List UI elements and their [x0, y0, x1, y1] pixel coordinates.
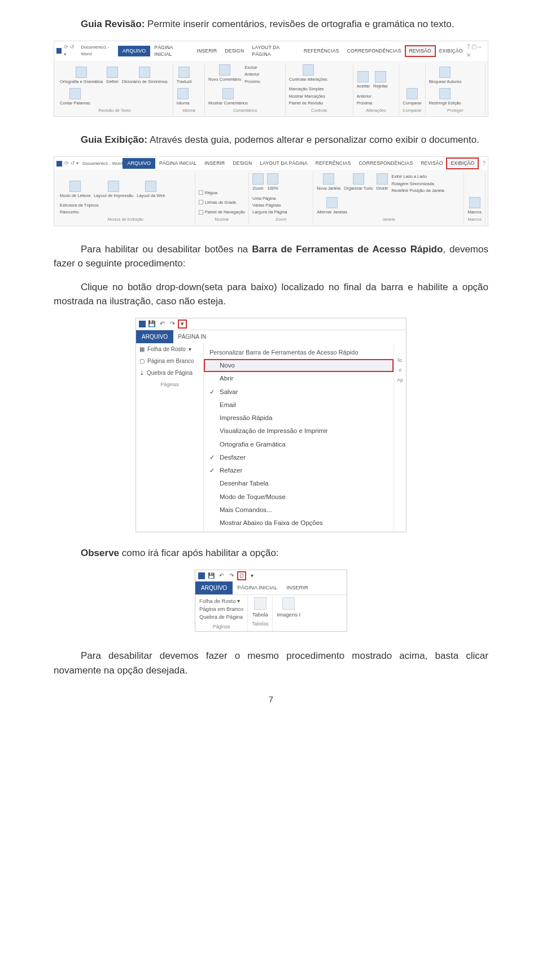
ribbon1-tab-revisao[interactable]: REVISÃO	[405, 46, 435, 56]
qat-item-visualizacao[interactable]: Visualização de Impressão e Imprimir	[204, 425, 394, 438]
btn-contar[interactable]: Contar Palavras	[60, 88, 90, 106]
ribbon1-tab-corr[interactable]: CORRESPONDÊNCIAS	[343, 46, 405, 56]
btn-excluir-coment[interactable]: Excluir	[244, 64, 260, 71]
ribbon2-tab-ref[interactable]: REFERÊNCIAS	[312, 158, 355, 169]
qat-item-salvar[interactable]: ✓Salvar	[204, 386, 394, 399]
image-icon[interactable]	[282, 597, 295, 610]
btn-varias-paginas[interactable]: Várias Páginas	[252, 202, 287, 208]
ribbon1-tab-ref[interactable]: REFERÊNCIAS	[300, 46, 343, 56]
qat-item-ortografia[interactable]: Ortografia e Gramática	[204, 438, 394, 451]
ribbon2-tab-inicio[interactable]: PÁGINA INICIAL	[155, 158, 201, 169]
qat-item-refazer[interactable]: ✓Refazer	[204, 464, 394, 477]
save-icon[interactable]: 💾	[207, 572, 215, 580]
chk-navegacao[interactable]: Painel de Navegação	[199, 209, 245, 215]
btn-layout-web[interactable]: Layout da Web	[137, 181, 165, 199]
qat-dropdown-icon[interactable]: ▾	[248, 572, 256, 580]
ribbon1-tab-inicio[interactable]: PÁGINA INICIAL	[150, 42, 193, 60]
undo-icon[interactable]: ↶	[158, 320, 166, 328]
ribbon1-tab-inserir[interactable]: INSERIR	[193, 46, 221, 56]
ribbon2-filetab[interactable]: ARQUIVO	[123, 158, 155, 169]
qat-item-mais[interactable]: Mais Comandos...	[204, 504, 394, 517]
ribbon1-filetab[interactable]: ARQUIVO	[118, 46, 151, 57]
btn-rolagem[interactable]: Rolagem Sincronizada	[391, 181, 444, 187]
btn-mostrar-marc[interactable]: Mostrar Marcações	[289, 93, 325, 99]
btn-macros[interactable]: Macros	[467, 197, 482, 215]
sel-marcacao[interactable]: Marcação Simples	[289, 86, 325, 92]
btn-dividir[interactable]: Dividir	[377, 173, 388, 191]
qat-item-novo[interactable]: Novo	[204, 359, 394, 372]
mini-tab-inserir[interactable]: INSERIR	[282, 581, 313, 594]
redo-icon[interactable]: ↷	[228, 572, 235, 580]
mini-quebra[interactable]: Quebra de Página	[199, 613, 243, 621]
btn-ortografia[interactable]: Ortografia e Gramática	[60, 67, 103, 85]
btn-anterior-coment[interactable]: Anterior	[244, 71, 260, 77]
ribbon1-window-controls[interactable]: ? ▢ – ✕	[466, 42, 486, 59]
btn-zoom[interactable]: Zoom	[252, 173, 264, 191]
qat-dropdown-icon[interactable]: ▾	[178, 320, 186, 328]
save-icon[interactable]: 💾	[148, 320, 156, 328]
ribbon1-tab-design[interactable]: DESIGN	[221, 46, 248, 56]
btn-alt-proxima[interactable]: Próxima	[357, 100, 373, 106]
ribbon2-window-controls[interactable]: ?	[482, 159, 486, 168]
btn-100[interactable]: 100%	[267, 173, 278, 191]
btn-proximo-coment[interactable]: Próximo	[244, 78, 260, 85]
ribbon2-tab-rev[interactable]: REVISÃO	[417, 158, 447, 169]
ribbon2-tab-design[interactable]: DESIGN	[229, 158, 256, 169]
btn-estrutura[interactable]: Estrutura de Tópicos	[60, 202, 99, 208]
left-quebra[interactable]: ⤓Quebra de Página	[136, 367, 203, 379]
btn-novo-coment[interactable]: Novo Comentário	[208, 64, 241, 82]
qat-othertab[interactable]: PÁGINA IN	[173, 330, 211, 343]
mini-filetab[interactable]: ARQUIVO	[195, 581, 233, 594]
btn-comparar[interactable]: Comparar	[403, 88, 421, 106]
table-icon[interactable]	[254, 597, 266, 610]
mini-folha[interactable]: Folha de Rosto ▾	[199, 597, 243, 605]
qat-item-mostrar[interactable]: Mostrar Abaixo da Faixa de Opções	[204, 517, 394, 530]
btn-sinonimos[interactable]: Dicionário de Sinônimos	[122, 67, 168, 85]
btn-largura[interactable]: Largura da Página	[252, 209, 287, 215]
qat-item-toque[interactable]: Modo de Toque/Mouse	[204, 491, 394, 504]
mini-tab-inicio[interactable]: PÁGINA INICIAL	[233, 581, 282, 594]
ribbon1-tab-layout[interactable]: LAYOUT DA PÁGINA	[248, 42, 300, 60]
new-doc-icon[interactable]: 🗋	[238, 572, 246, 580]
p4: Clique no botão drop-down(seta para baix…	[54, 282, 488, 307]
btn-lado-a-lado[interactable]: Exibir Lado a Lado	[391, 173, 444, 180]
btn-aceitar[interactable]: Aceitar	[357, 71, 370, 89]
btn-layout-impr[interactable]: Layout de Impressão	[94, 181, 133, 199]
btn-bloquear[interactable]: Bloquear Autores	[429, 67, 462, 85]
btn-alt-anterior[interactable]: Anterior	[357, 93, 373, 99]
ribbon2-tabbar: ⟳ ↺ ▾ Documento1 - Word ARQUIVO PÁGINA I…	[54, 157, 488, 170]
qat-item-desfazer[interactable]: ✓Desfazer	[204, 451, 394, 464]
ribbon1-tab-exib[interactable]: EXIBIÇÃO	[435, 46, 467, 56]
btn-alternar[interactable]: Alternar Janelas	[317, 197, 347, 215]
undo-icon[interactable]: ↶	[217, 572, 225, 580]
qat-item-abrir[interactable]: Abrir	[204, 372, 394, 385]
qat-item-desenhar[interactable]: Desenhar Tabela	[204, 477, 394, 490]
ribbon2-tab-layout[interactable]: LAYOUT DA PÁGINA	[256, 158, 312, 169]
redo-icon[interactable]: ↷	[168, 320, 176, 328]
btn-idioma[interactable]: Idioma	[177, 88, 190, 106]
ribbon2-tab-inserir[interactable]: INSERIR	[201, 158, 229, 169]
btn-modo-leitura[interactable]: Modo de Leitura	[60, 181, 90, 199]
btn-organizar[interactable]: Organizar Tudo	[344, 173, 373, 191]
btn-rejeitar[interactable]: Rejeitar	[373, 71, 388, 89]
btn-traduzir[interactable]: Traduzir	[177, 67, 192, 85]
ribbon2-tab-exib[interactable]: EXIBIÇÃO	[447, 158, 478, 169]
mini-branco[interactable]: Página em Branco	[199, 605, 243, 613]
btn-restringir[interactable]: Restringir Edição	[429, 88, 461, 106]
chk-regua[interactable]: Régua	[199, 190, 217, 196]
qat-filetab[interactable]: ARQUIVO	[136, 330, 173, 343]
btn-rascunho[interactable]: Rascunho	[60, 209, 99, 215]
ribbon2-tab-corr[interactable]: CORRESPONDÊNCIAS	[355, 158, 417, 169]
btn-redefinir[interactable]: Redefinir Posição da Janela	[391, 187, 444, 194]
chk-grade[interactable]: Linhas de Grade	[199, 199, 236, 205]
btn-mostrar-coment[interactable]: Mostrar Comentários	[208, 88, 248, 106]
btn-painel-rev[interactable]: Painel de Revisão	[289, 100, 325, 106]
qat-item-impressao[interactable]: Impressão Rápida	[204, 412, 394, 425]
btn-definir[interactable]: Definir	[106, 67, 119, 85]
btn-uma-pagina[interactable]: Uma Página	[252, 195, 287, 202]
qat-item-email[interactable]: Email	[204, 399, 394, 412]
left-branco[interactable]: ▢Página em Branco	[136, 355, 203, 367]
btn-nova-janela[interactable]: Nova Janela	[317, 173, 340, 191]
btn-controlar[interactable]: Controlar Alterações	[289, 64, 327, 82]
left-folha[interactable]: ▦Folha de Rosto ▾	[136, 343, 203, 355]
